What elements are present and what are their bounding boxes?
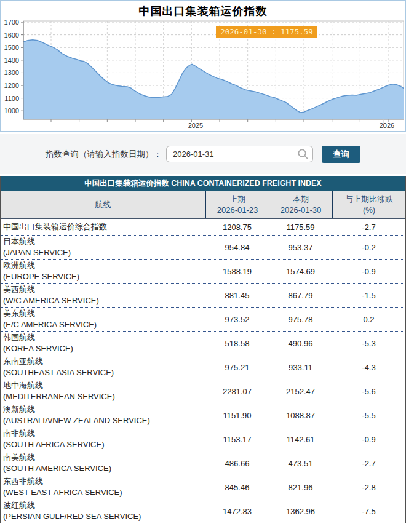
table-row: 日本航线(JAPAN SERVICE)954.84953.37-0.2 [1, 236, 405, 260]
table-row: 澳新航线(AUSTRALIA/NEW ZEALAND SERVICE)1151.… [1, 403, 405, 427]
svg-text:1400: 1400 [4, 57, 19, 64]
prev-value: 845.46 [205, 475, 269, 499]
svg-text:1000: 1000 [4, 107, 19, 114]
curr-value: 953.37 [269, 236, 332, 259]
date-query-input[interactable] [166, 146, 313, 162]
table-row: 地中海航线(MEDITERRANEAN SERVICE)2281.072152.… [1, 379, 405, 403]
table-row: 美西航线(W/C AMERICA SERVICE)881.45867.79-1.… [1, 284, 405, 308]
table-header-row: 航线 上期 2026-01-23 本期 2026-01-30 与上期比涨跌 (%… [1, 191, 405, 219]
freight-table-body: 中国出口集装箱运价综合指数1208.751175.59-2.7日本航线(JAPA… [1, 219, 405, 523]
table-row: 美东航线(E/C AMERICA SERVICE)973.52975.780.2 [1, 308, 405, 332]
curr-value: 975.78 [269, 308, 332, 331]
curr-value: 867.79 [269, 284, 332, 307]
table-row: 南非航线(SOUTH AFRICA SERVICE)1153.171142.61… [1, 427, 405, 451]
prev-value: 954.84 [205, 236, 269, 259]
table-row: 东西非航线(WEST EAST AFRICA SERVICE)845.46821… [1, 475, 405, 499]
route-name: 东西非航线(WEST EAST AFRICA SERVICE) [1, 475, 205, 499]
svg-text:2025: 2025 [188, 122, 203, 129]
svg-text:2026: 2026 [380, 122, 394, 129]
column-header-route: 航线 [1, 191, 205, 218]
prev-value: 518.58 [205, 332, 269, 355]
table-row: 韩国航线(KOREA SERVICE)518.58490.96-5.3 [1, 332, 405, 355]
route-name: 韩国航线(KOREA SERVICE) [1, 332, 205, 355]
query-label: 指数查询（请输入指数日期）： [46, 149, 162, 160]
page-title: 中国出口集装箱运价指数 [1, 1, 405, 19]
column-header-prev: 上期 2026-01-23 [205, 191, 269, 218]
change-value: -1.5 [332, 284, 405, 307]
route-name: 日本航线(JAPAN SERVICE) [1, 236, 205, 259]
table-row: 中国出口集装箱运价综合指数1208.751175.59-2.7 [1, 219, 405, 236]
svg-text:1700: 1700 [4, 19, 19, 26]
change-value: -4.3 [332, 355, 405, 379]
change-value: -5.6 [332, 379, 405, 403]
route-name: 澳新航线(AUSTRALIA/NEW ZEALAND SERVICE) [1, 403, 205, 427]
prev-value: 973.52 [205, 308, 269, 331]
prev-value: 1151.90 [205, 403, 269, 427]
change-value: -2.7 [332, 451, 405, 475]
change-value: 0.2 [332, 308, 405, 331]
area-chart-canvas[interactable]: 1000110012001300140015001600170020252026 [1, 19, 406, 132]
route-name: 波红航线(PERSIAN GULF/RED SEA SERVICE) [1, 499, 205, 523]
route-name: 欧洲航线(EUROPE SERVICE) [1, 260, 205, 283]
curr-value: 1175.59 [269, 219, 332, 235]
table-row: 南美航线(SOUTH AMERICA SERVICE)486.66473.51-… [1, 451, 405, 475]
route-name: 南非航线(SOUTH AFRICA SERVICE) [1, 427, 205, 451]
route-name: 美东航线(E/C AMERICA SERVICE) [1, 308, 205, 331]
change-value: -0.2 [332, 236, 405, 259]
route-name: 美西航线(W/C AMERICA SERVICE) [1, 284, 205, 307]
curr-value: 473.51 [269, 451, 332, 475]
change-value: -7.5 [332, 499, 405, 523]
svg-text:1200: 1200 [4, 82, 19, 89]
change-value: -5.5 [332, 403, 405, 427]
curr-value: 821.96 [269, 475, 332, 499]
table-title: 中国出口集装箱运价指数 CHINA CONTAINERIZED FREIGHT … [1, 176, 405, 191]
svg-text:1300: 1300 [4, 69, 19, 76]
route-name: 地中海航线(MEDITERRANEAN SERVICE) [1, 379, 205, 403]
change-value: -0.9 [332, 427, 405, 451]
prev-value: 1472.83 [205, 499, 269, 523]
change-value: -5.3 [332, 332, 405, 355]
prev-value: 881.45 [205, 284, 269, 307]
column-header-curr: 本期 2026-01-30 [269, 191, 332, 218]
prev-value: 1153.17 [205, 427, 269, 451]
freight-index-table: 中国出口集装箱运价指数 CHINA CONTAINERIZED FREIGHT … [0, 176, 406, 523]
change-value: -2.8 [332, 475, 405, 499]
prev-value: 975.21 [205, 355, 269, 379]
column-header-change: 与上期比涨跌 (%) [332, 191, 405, 218]
change-value: -0.9 [332, 260, 405, 283]
prev-value: 486.66 [205, 451, 269, 475]
curr-value: 1088.87 [269, 403, 332, 427]
route-name: 东南亚航线(SOUTHEAST ASIA SERVICE) [1, 355, 205, 379]
change-value: -2.7 [332, 219, 405, 235]
curr-value: 1142.61 [269, 427, 332, 451]
prev-value: 2281.07 [205, 379, 269, 403]
curr-value: 490.96 [269, 332, 332, 355]
table-row: 欧洲航线(EUROPE SERVICE)1588.191574.69-0.9 [1, 260, 405, 284]
curr-value: 1574.69 [269, 260, 332, 283]
search-icon [297, 148, 309, 160]
index-query-bar: 指数查询（请输入指数日期）： 查询 [0, 134, 406, 174]
route-name: 南美航线(SOUTH AMERICA SERVICE) [1, 451, 205, 475]
curr-value: 2152.47 [269, 379, 332, 403]
prev-value: 1208.75 [205, 219, 269, 235]
curr-value: 1362.96 [269, 499, 332, 523]
chart-panel: 中国出口集装箱运价指数 1000110012001300140015001600… [0, 0, 406, 132]
svg-text:1500: 1500 [4, 44, 19, 51]
prev-value: 1588.19 [205, 260, 269, 283]
svg-text:1100: 1100 [4, 95, 19, 102]
table-row: 东南亚航线(SOUTHEAST ASIA SERVICE)975.21933.1… [1, 355, 405, 379]
chart-tooltip: 2026-01-30 : 1175.59 [216, 26, 317, 38]
route-name: 中国出口集装箱运价综合指数 [1, 219, 205, 235]
query-button[interactable]: 查询 [322, 146, 360, 163]
svg-text:1600: 1600 [4, 31, 19, 39]
table-row: 波红航线(PERSIAN GULF/RED SEA SERVICE)1472.8… [1, 499, 405, 523]
curr-value: 933.11 [269, 355, 332, 379]
freight-index-chart[interactable]: 1000110012001300140015001600170020252026 [1, 19, 406, 132]
